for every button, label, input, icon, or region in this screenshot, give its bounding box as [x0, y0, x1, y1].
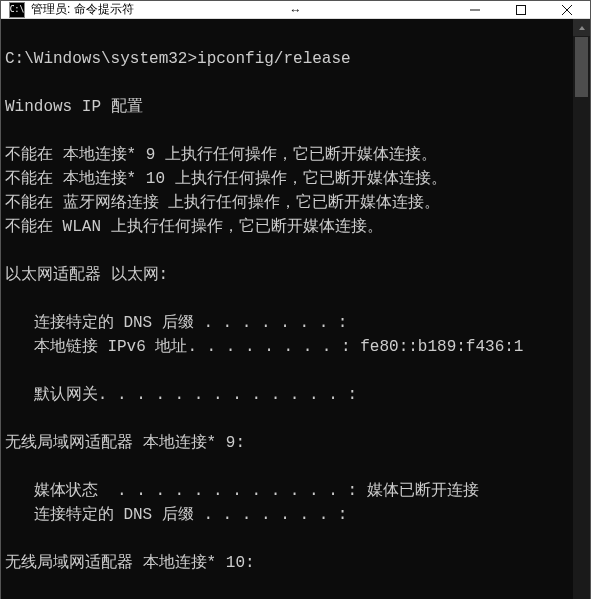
adapter-line: 默认网关. . . . . . . . . . . . . : — [5, 383, 573, 407]
blank-line — [5, 239, 573, 263]
prompt-line: C:\Windows\system32>ipconfig/release — [5, 47, 573, 71]
adapter-line: 连接特定的 DNS 后缀 . . . . . . . : — [5, 311, 573, 335]
error-line: 不能在 蓝牙网络连接 上执行任何操作，它已断开媒体连接。 — [5, 191, 573, 215]
adapter-line: 本地链接 IPv6 地址. . . . . . . . : fe80::b189… — [5, 335, 573, 359]
cmd-app-icon-label: C:\ — [10, 6, 24, 14]
blank-line — [5, 575, 573, 599]
minimize-button[interactable] — [452, 1, 498, 18]
window-title: 管理员: 命令提示符 — [31, 1, 134, 18]
titlebar[interactable]: C:\ 管理员: 命令提示符 ↔ — [1, 1, 590, 19]
blank-line — [5, 359, 573, 383]
blank-line — [5, 527, 573, 551]
blank-line — [5, 71, 573, 95]
cmd-app-icon: C:\ — [9, 2, 25, 18]
adapter-title: 无线局域网适配器 本地连接* 9: — [5, 431, 573, 455]
svg-rect-0 — [470, 9, 480, 10]
adapter-title: 以太网适配器 以太网: — [5, 263, 573, 287]
blank-line — [5, 23, 573, 47]
scroll-up-button[interactable] — [573, 19, 590, 36]
ipconfig-header: Windows IP 配置 — [5, 95, 573, 119]
cmd-window: C:\ 管理员: 命令提示符 ↔ C:\Windows\system32>ipc… — [0, 0, 591, 599]
maximize-button[interactable] — [498, 1, 544, 18]
error-line: 不能在 WLAN 上执行任何操作，它已断开媒体连接。 — [5, 215, 573, 239]
blank-line — [5, 119, 573, 143]
window-controls — [452, 1, 590, 18]
blank-line — [5, 455, 573, 479]
vertical-scrollbar[interactable] — [573, 19, 590, 599]
svg-marker-4 — [579, 26, 585, 30]
close-button[interactable] — [544, 1, 590, 18]
adapter-line: 媒体状态 . . . . . . . . . . . . : 媒体已断开连接 — [5, 479, 573, 503]
console-output[interactable]: C:\Windows\system32>ipconfig/releaseWind… — [1, 19, 573, 599]
adapter-title: 无线局域网适配器 本地连接* 10: — [5, 551, 573, 575]
resize-handle-icon[interactable]: ↔ — [284, 3, 308, 17]
blank-line — [5, 407, 573, 431]
adapter-line: 连接特定的 DNS 后缀 . . . . . . . : — [5, 503, 573, 527]
error-line: 不能在 本地连接* 9 上执行任何操作，它已断开媒体连接。 — [5, 143, 573, 167]
blank-line — [5, 287, 573, 311]
svg-rect-1 — [517, 5, 526, 14]
error-line: 不能在 本地连接* 10 上执行任何操作，它已断开媒体连接。 — [5, 167, 573, 191]
console-area: C:\Windows\system32>ipconfig/releaseWind… — [1, 19, 590, 599]
scrollbar-thumb[interactable] — [575, 37, 588, 97]
